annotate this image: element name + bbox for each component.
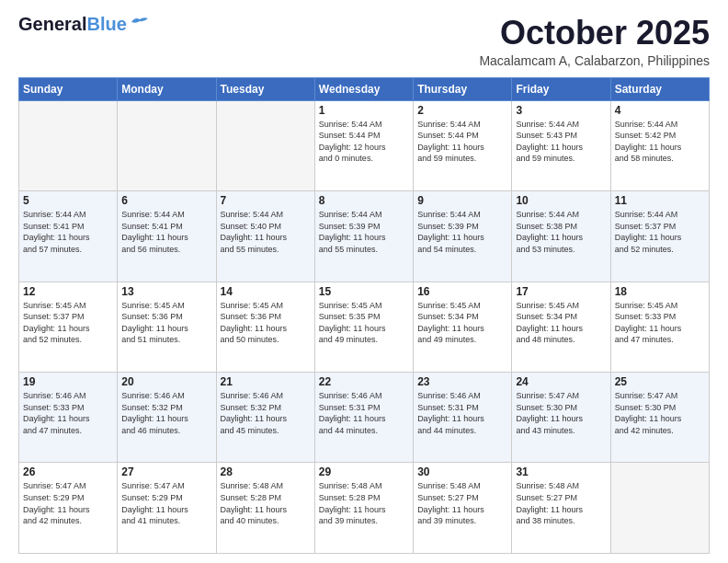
calendar-week-row: 5Sunrise: 5:44 AM Sunset: 5:41 PM Daylig… <box>19 191 710 282</box>
calendar-week-row: 12Sunrise: 5:45 AM Sunset: 5:37 PM Dayli… <box>19 282 710 372</box>
day-number: 28 <box>221 465 311 478</box>
calendar-day-cell: 28Sunrise: 5:48 AM Sunset: 5:28 PM Dayli… <box>216 463 314 554</box>
calendar-week-row: 1Sunrise: 5:44 AM Sunset: 5:44 PM Daylig… <box>19 100 710 190</box>
day-number: 30 <box>417 465 507 478</box>
header-sunday: Sunday <box>19 77 118 100</box>
calendar-day-cell: 5Sunrise: 5:44 AM Sunset: 5:41 PM Daylig… <box>19 191 118 282</box>
location: Macalamcam A, Calabarzon, Philippines <box>479 53 710 68</box>
day-info: Sunrise: 5:45 AM Sunset: 5:33 PM Dayligh… <box>615 300 705 346</box>
day-info: Sunrise: 5:45 AM Sunset: 5:34 PM Dayligh… <box>516 300 606 346</box>
day-number: 15 <box>319 285 409 298</box>
day-number: 9 <box>417 194 507 207</box>
day-info: Sunrise: 5:48 AM Sunset: 5:28 PM Dayligh… <box>319 480 409 526</box>
calendar-day-cell: 20Sunrise: 5:46 AM Sunset: 5:32 PM Dayli… <box>118 373 216 463</box>
day-info: Sunrise: 5:45 AM Sunset: 5:37 PM Dayligh… <box>23 300 113 346</box>
header-tuesday: Tuesday <box>216 77 314 100</box>
day-info: Sunrise: 5:44 AM Sunset: 5:37 PM Dayligh… <box>615 209 705 255</box>
calendar-day-cell: 19Sunrise: 5:46 AM Sunset: 5:33 PM Dayli… <box>19 373 118 463</box>
calendar-day-cell: 16Sunrise: 5:45 AM Sunset: 5:34 PM Dayli… <box>414 282 512 372</box>
calendar-day-cell: 15Sunrise: 5:45 AM Sunset: 5:35 PM Dayli… <box>314 282 413 372</box>
day-number: 21 <box>221 375 311 388</box>
logo: GeneralBlue <box>18 15 150 33</box>
calendar-day-cell: 17Sunrise: 5:45 AM Sunset: 5:34 PM Dayli… <box>512 282 610 372</box>
month-title: October 2025 <box>479 15 710 52</box>
calendar-day-cell: 21Sunrise: 5:46 AM Sunset: 5:32 PM Dayli… <box>216 373 314 463</box>
calendar-day-cell: 11Sunrise: 5:44 AM Sunset: 5:37 PM Dayli… <box>610 191 709 282</box>
day-info: Sunrise: 5:46 AM Sunset: 5:33 PM Dayligh… <box>23 390 113 436</box>
day-number: 24 <box>516 375 606 388</box>
day-info: Sunrise: 5:44 AM Sunset: 5:42 PM Dayligh… <box>615 119 705 165</box>
day-info: Sunrise: 5:48 AM Sunset: 5:28 PM Dayligh… <box>221 480 311 526</box>
calendar-day-cell: 8Sunrise: 5:44 AM Sunset: 5:39 PM Daylig… <box>314 191 413 282</box>
day-number: 8 <box>319 194 409 207</box>
day-info: Sunrise: 5:47 AM Sunset: 5:29 PM Dayligh… <box>23 480 113 526</box>
calendar-day-cell: 30Sunrise: 5:48 AM Sunset: 5:27 PM Dayli… <box>414 463 512 554</box>
header-thursday: Thursday <box>414 77 512 100</box>
day-info: Sunrise: 5:44 AM Sunset: 5:40 PM Dayligh… <box>221 209 311 255</box>
day-info: Sunrise: 5:44 AM Sunset: 5:39 PM Dayligh… <box>417 209 507 255</box>
day-info: Sunrise: 5:47 AM Sunset: 5:30 PM Dayligh… <box>516 390 606 436</box>
day-number: 20 <box>121 375 211 388</box>
logo-bird-icon <box>130 15 150 29</box>
header: GeneralBlue October 2025 Macalamcam A, C… <box>18 15 710 68</box>
weekday-header-row: Sunday Monday Tuesday Wednesday Thursday… <box>19 77 710 100</box>
day-number: 10 <box>516 194 606 207</box>
day-number: 17 <box>516 285 606 298</box>
calendar-week-row: 19Sunrise: 5:46 AM Sunset: 5:33 PM Dayli… <box>19 373 710 463</box>
header-monday: Monday <box>118 77 216 100</box>
calendar-day-cell: 3Sunrise: 5:44 AM Sunset: 5:43 PM Daylig… <box>512 100 610 190</box>
logo-blue: Blue <box>86 14 126 34</box>
calendar-day-cell: 22Sunrise: 5:46 AM Sunset: 5:31 PM Dayli… <box>314 373 413 463</box>
calendar-week-row: 26Sunrise: 5:47 AM Sunset: 5:29 PM Dayli… <box>19 463 710 554</box>
day-number: 6 <box>121 194 211 207</box>
page: GeneralBlue October 2025 Macalamcam A, C… <box>0 0 728 563</box>
day-number: 25 <box>615 375 705 388</box>
day-number: 29 <box>319 465 409 478</box>
day-info: Sunrise: 5:44 AM Sunset: 5:44 PM Dayligh… <box>319 119 409 165</box>
calendar-day-cell: 23Sunrise: 5:46 AM Sunset: 5:31 PM Dayli… <box>414 373 512 463</box>
day-number: 12 <box>23 285 113 298</box>
day-info: Sunrise: 5:47 AM Sunset: 5:29 PM Dayligh… <box>121 480 211 526</box>
calendar-day-cell: 7Sunrise: 5:44 AM Sunset: 5:40 PM Daylig… <box>216 191 314 282</box>
calendar-day-cell: 4Sunrise: 5:44 AM Sunset: 5:42 PM Daylig… <box>610 100 709 190</box>
calendar-day-cell: 14Sunrise: 5:45 AM Sunset: 5:36 PM Dayli… <box>216 282 314 372</box>
day-info: Sunrise: 5:44 AM Sunset: 5:39 PM Dayligh… <box>319 209 409 255</box>
calendar-day-cell <box>118 100 216 190</box>
day-number: 1 <box>319 104 409 117</box>
header-wednesday: Wednesday <box>314 77 413 100</box>
day-info: Sunrise: 5:44 AM Sunset: 5:41 PM Dayligh… <box>23 209 113 255</box>
calendar-day-cell: 10Sunrise: 5:44 AM Sunset: 5:38 PM Dayli… <box>512 191 610 282</box>
day-info: Sunrise: 5:44 AM Sunset: 5:41 PM Dayligh… <box>121 209 211 255</box>
calendar-day-cell <box>610 463 709 554</box>
calendar-day-cell: 6Sunrise: 5:44 AM Sunset: 5:41 PM Daylig… <box>118 191 216 282</box>
calendar-day-cell: 24Sunrise: 5:47 AM Sunset: 5:30 PM Dayli… <box>512 373 610 463</box>
day-info: Sunrise: 5:48 AM Sunset: 5:27 PM Dayligh… <box>516 480 606 526</box>
day-info: Sunrise: 5:46 AM Sunset: 5:31 PM Dayligh… <box>319 390 409 436</box>
day-info: Sunrise: 5:46 AM Sunset: 5:32 PM Dayligh… <box>121 390 211 436</box>
day-number: 4 <box>615 104 705 117</box>
day-number: 11 <box>615 194 705 207</box>
day-info: Sunrise: 5:45 AM Sunset: 5:36 PM Dayligh… <box>121 300 211 346</box>
day-number: 22 <box>319 375 409 388</box>
day-number: 18 <box>615 285 705 298</box>
day-info: Sunrise: 5:46 AM Sunset: 5:32 PM Dayligh… <box>221 390 311 436</box>
calendar-day-cell: 9Sunrise: 5:44 AM Sunset: 5:39 PM Daylig… <box>414 191 512 282</box>
day-info: Sunrise: 5:44 AM Sunset: 5:38 PM Dayligh… <box>516 209 606 255</box>
day-info: Sunrise: 5:45 AM Sunset: 5:35 PM Dayligh… <box>319 300 409 346</box>
header-saturday: Saturday <box>610 77 709 100</box>
calendar-day-cell: 1Sunrise: 5:44 AM Sunset: 5:44 PM Daylig… <box>314 100 413 190</box>
day-info: Sunrise: 5:48 AM Sunset: 5:27 PM Dayligh… <box>417 480 507 526</box>
day-info: Sunrise: 5:46 AM Sunset: 5:31 PM Dayligh… <box>417 390 507 436</box>
logo-general: General <box>18 14 86 34</box>
calendar-day-cell: 25Sunrise: 5:47 AM Sunset: 5:30 PM Dayli… <box>610 373 709 463</box>
calendar-day-cell: 29Sunrise: 5:48 AM Sunset: 5:28 PM Dayli… <box>314 463 413 554</box>
header-friday: Friday <box>512 77 610 100</box>
day-number: 13 <box>121 285 211 298</box>
day-info: Sunrise: 5:45 AM Sunset: 5:34 PM Dayligh… <box>417 300 507 346</box>
day-number: 5 <box>23 194 113 207</box>
day-number: 23 <box>417 375 507 388</box>
calendar-day-cell: 2Sunrise: 5:44 AM Sunset: 5:44 PM Daylig… <box>414 100 512 190</box>
day-number: 19 <box>23 375 113 388</box>
calendar-day-cell: 13Sunrise: 5:45 AM Sunset: 5:36 PM Dayli… <box>118 282 216 372</box>
day-number: 16 <box>417 285 507 298</box>
